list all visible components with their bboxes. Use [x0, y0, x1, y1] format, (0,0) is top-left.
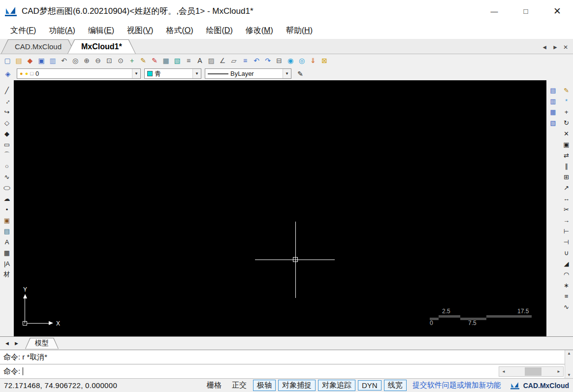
rectangle-icon[interactable]: ▭	[2, 139, 12, 149]
command-vertical-scrollbar[interactable]: ▲ ▼	[565, 350, 573, 378]
menu-function[interactable]: 功能(A)	[44, 24, 79, 37]
zoom-realtime-icon[interactable]: ◎	[70, 55, 81, 66]
extend-icon[interactable]: →	[562, 215, 572, 225]
polyline-icon[interactable]: ↪	[2, 107, 12, 117]
cloud-service-icon[interactable]: ◎	[296, 55, 307, 66]
circle-icon[interactable]: ○	[2, 161, 12, 171]
material-icon[interactable]: 材	[2, 269, 12, 279]
tab-scroll-left-button[interactable]: ◄	[541, 44, 547, 51]
copy-icon[interactable]: ▣	[562, 139, 572, 149]
insert-block-icon[interactable]: ▣	[2, 215, 12, 225]
color-combo-arrow-icon[interactable]: ▼	[192, 69, 201, 78]
create-block-icon[interactable]: ▤	[2, 226, 12, 236]
status-toggle[interactable]: 对象追踪	[318, 380, 355, 391]
status-toggle[interactable]: 正交	[228, 380, 251, 391]
align-icon[interactable]: ≡	[562, 291, 572, 301]
menu-file[interactable]: 文件(F)	[6, 24, 40, 37]
window-horizontal-icon[interactable]: ▧	[548, 118, 558, 128]
move-icon[interactable]: +	[562, 107, 572, 117]
pencil-edit-icon[interactable]: ✎	[138, 55, 149, 66]
explode-icon[interactable]: ∗	[562, 280, 572, 290]
scroll-right-button[interactable]: ►	[554, 367, 563, 376]
stretch-icon[interactable]: ↔	[562, 194, 572, 203]
properties-panel-icon[interactable]: ≡	[240, 55, 251, 66]
point-icon[interactable]: •	[2, 204, 12, 214]
filled-polygon-icon[interactable]: ◆	[2, 129, 12, 138]
menu-draw[interactable]: 绘图(D)	[202, 24, 237, 37]
brush-icon[interactable]: ✎	[562, 85, 572, 95]
scroll-down-button[interactable]: ▼	[567, 373, 571, 377]
status-toggle[interactable]: 对象捕捉	[278, 380, 316, 391]
table-icon[interactable]: ▦	[160, 55, 171, 66]
break-icon[interactable]: ⊣	[562, 237, 572, 247]
window-vertical-icon[interactable]: ▦	[548, 107, 558, 117]
minimize-button[interactable]: —	[478, 0, 510, 22]
new-file-icon[interactable]: ▢	[2, 55, 13, 66]
polyline-edit-icon[interactable]: ∿	[562, 302, 572, 312]
tab-model[interactable]: 模型	[25, 338, 59, 349]
tab-scroll-right-button[interactable]: ►	[552, 44, 558, 51]
tab-close-button[interactable]: ✕	[563, 44, 568, 51]
command-input-row[interactable]: 命令: ◄ ►	[0, 364, 565, 378]
web-home-icon[interactable]: ◉	[285, 55, 296, 66]
command-horizontal-scrollbar[interactable]: ◄ ►	[499, 366, 564, 377]
layer-manager-icon[interactable]: ◈	[2, 68, 13, 79]
color-combo[interactable]: 青 ▼	[144, 68, 201, 79]
chamfer-icon[interactable]: ◢	[562, 259, 572, 268]
trim-icon[interactable]: ✂	[562, 204, 572, 214]
offset-icon[interactable]: ∥	[562, 161, 572, 171]
pdf-export-icon[interactable]: ⇓	[308, 55, 318, 66]
area-icon[interactable]: ▱	[228, 55, 239, 66]
status-toggle[interactable]: DYN	[358, 380, 382, 391]
format-painter-icon[interactable]: *	[562, 96, 572, 106]
open-file-icon[interactable]: ▤	[13, 55, 24, 66]
rotate-icon[interactable]: ↻	[562, 118, 572, 128]
scroll-track[interactable]	[508, 367, 554, 376]
measure-icon[interactable]: ∠	[217, 55, 228, 66]
revision-cloud-icon[interactable]: ☁	[2, 194, 12, 203]
mirror-icon[interactable]: ⇄	[562, 150, 572, 160]
join-icon[interactable]: ∪	[562, 248, 572, 258]
array-icon[interactable]: ⊞	[562, 172, 572, 182]
sheet-next-button[interactable]: ►	[12, 339, 21, 348]
app-options-icon[interactable]: ⊠	[319, 55, 330, 66]
redline-icon[interactable]: ✎	[149, 55, 160, 66]
undo-icon[interactable]: ↶	[251, 55, 262, 66]
linetype-manager-icon[interactable]: ≡	[183, 55, 194, 66]
scroll-left-button[interactable]: ◄	[499, 367, 508, 376]
break-at-point-icon[interactable]: ⊢	[562, 226, 572, 236]
tab-mxcloud1[interactable]: MxCloud1*	[67, 39, 136, 54]
layer-properties-icon[interactable]: ▧	[172, 55, 183, 66]
zoom-previous-icon[interactable]: ↶	[59, 55, 69, 66]
hatch-icon[interactable]: ▦	[2, 248, 12, 258]
linetype-combo[interactable]: ByLayer ▼	[205, 68, 291, 79]
feedback-link[interactable]: 提交软件问题或增加新功能	[413, 381, 501, 390]
menu-modify[interactable]: 修改(M)	[241, 24, 278, 37]
plot-icon[interactable]: ⊟	[274, 55, 285, 66]
text-style-icon[interactable]: A	[194, 55, 205, 66]
zoom-in-icon[interactable]: ⊕	[81, 55, 92, 66]
image-attach-icon[interactable]: ▨	[206, 55, 217, 66]
erase-icon[interactable]: ✕	[562, 129, 572, 138]
cloud-open-icon[interactable]: ◆	[25, 55, 35, 66]
sheet-prev-button[interactable]: ◄	[3, 339, 11, 348]
scale-icon[interactable]: ↗	[562, 183, 572, 193]
ellipse-icon[interactable]: ◯	[2, 185, 12, 191]
scroll-up-button[interactable]: ▲	[567, 351, 571, 356]
construction-line-icon[interactable]: ↔	[0, 94, 14, 108]
zoom-extents-icon[interactable]: ⊙	[115, 55, 126, 66]
menu-view[interactable]: 视图(V)	[123, 24, 158, 37]
window-tile-icon[interactable]: ▥	[548, 96, 558, 106]
scroll-thumb[interactable]	[525, 367, 541, 376]
window-cascade-icon[interactable]: ▤	[548, 85, 558, 95]
pan-icon[interactable]: +	[127, 55, 137, 66]
close-button[interactable]: ✕	[541, 0, 573, 22]
redo-icon[interactable]: ↷	[262, 55, 273, 66]
zoom-window-icon[interactable]: ⊡	[104, 55, 115, 66]
drawing-canvas[interactable]: Y X 2.5 17.5 0 7.5	[14, 80, 546, 336]
spline-icon[interactable]: ∿	[2, 172, 12, 182]
save-icon[interactable]: ▣	[36, 55, 47, 66]
aligned-text-icon[interactable]: |A	[2, 259, 12, 268]
menu-help[interactable]: 帮助(H)	[282, 24, 317, 37]
maximize-button[interactable]: □	[510, 0, 541, 22]
